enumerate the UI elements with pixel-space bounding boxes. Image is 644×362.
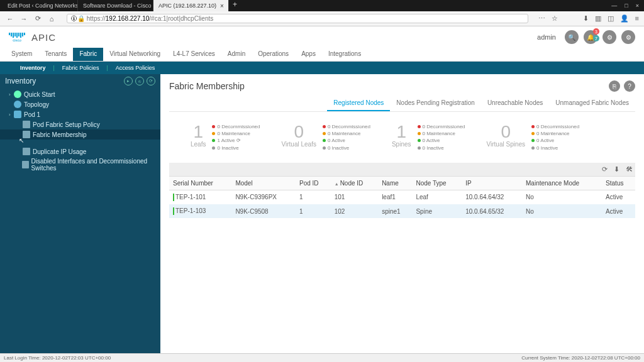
status-right: Current System Time: 2020-12-02T22:08 UT… [521,355,640,361]
nav-system[interactable]: System [5,48,38,61]
tab-unreachable[interactable]: Unreachable Nodes [481,96,549,111]
sidebar-item[interactable]: ›Quick Start [0,89,160,99]
sidebar-item-label: Quick Start [24,91,55,98]
sidebar: Inventory ▸ ⎋ ⟳ ›Quick StartTopology›Pod… [0,74,160,353]
main-content: Fabric Membership ⎘ ? Registered Nodes N… [160,74,644,353]
status-bar: Last Login Time: 2020-12-02T22:03 UTC+00… [0,353,644,362]
sidebar-item[interactable]: Topology [0,99,160,109]
folder-icon [23,121,30,128]
status-bar-icon [173,207,174,215]
download-icon[interactable]: ⬇ [614,165,619,173]
stat-block: 1Spines0 Decommissioned0 Maintenance0 Ac… [392,123,465,151]
nav-apps[interactable]: Apps [295,48,322,61]
legend-text: 0 Decommissioned [536,123,579,130]
nav-fabric[interactable]: Fabric [73,48,103,61]
nav-integrations[interactable]: Integrations [322,48,367,61]
url-bar[interactable]: 🛈 🔒 https://192.168.227.10/#ca:1|root|dh… [67,14,528,23]
column-header[interactable]: ▲Node ID [331,176,378,190]
dot-icon [212,146,215,150]
sidebar-item-label: Duplicate IP Usage [33,148,86,155]
tab-unmanaged[interactable]: Unmanaged Fabric Nodes [549,96,635,111]
sidebar-action-icon[interactable]: ▸ [124,77,133,85]
legend-text: 0 Decommissioned [423,123,465,130]
status-bar-icon [173,194,174,201]
sidebar-item-label: Pod Fabric Setup Policy [33,121,100,128]
nav-virtual-networking[interactable]: Virtual Networking [103,48,167,61]
alerts-button[interactable]: 🔔37 [584,30,597,44]
policy-icon[interactable]: ⎘ [609,80,620,92]
menu-icon[interactable]: ≡ [635,14,639,23]
dot-icon [418,139,421,142]
column-header[interactable]: Serial Number [169,176,231,190]
app-header: cisco APIC admin 🔍 🔔37 ⚙ ⚙ [0,26,644,48]
table-row[interactable]: TEP-1-101N9K-C9396PX1101leaf1Leaf10.0.64… [169,190,635,204]
column-header[interactable]: Model [231,176,296,190]
column-header[interactable]: Node Type [412,176,462,190]
page-actions-icon[interactable]: ⋯ [538,14,545,23]
sidebar-item[interactable]: Disabled Interfaces and Decommissioned S… [0,156,160,173]
home-button[interactable]: ⌂ [47,14,57,24]
search-button[interactable]: 🔍 [565,30,579,44]
nodes-table: Serial NumberModelPod ID▲Node IDNameNode… [169,176,635,219]
main-nav: System Tenants Fabric Virtual Networking… [0,48,644,62]
subnav-fabric-policies[interactable]: Fabric Policies [57,65,104,71]
sidebar-action-icon[interactable]: ⎋ [135,77,144,85]
nav-tenants[interactable]: Tenants [38,48,73,61]
table-toolbar: ⟳ ⬇ 🛠 [169,163,635,176]
stat-block: 0Virtual Spines0 Decommissioned0 Mainten… [487,123,580,151]
sidebar-item[interactable]: ›Pod 1 [0,109,160,119]
screenshot-icon[interactable]: ◫ [608,14,614,23]
tab-registered[interactable]: Registered Nodes [327,96,390,111]
back-button[interactable]: ← [5,14,15,24]
legend-text: 0 Inactive [328,145,349,151]
refresh-icon[interactable]: ⟳ [602,165,608,173]
nav-operations[interactable]: Operations [252,48,295,61]
dot-icon [323,139,326,142]
library-icon[interactable]: ▥ [595,14,601,23]
sidebar-item[interactable]: Fabric Membership [0,129,160,140]
sidebar-refresh-icon[interactable]: ⟳ [147,77,155,85]
tab-pending[interactable]: Nodes Pending Registration [390,96,481,111]
settings-button[interactable]: ⚙ [621,30,635,44]
sidebar-title: Inventory [5,77,36,85]
help-icon[interactable]: ? [624,80,635,92]
column-header[interactable]: Name [378,176,412,190]
sidebar-item[interactable]: Pod Fabric Setup Policy [0,119,160,129]
subnav-inventory[interactable]: Inventory [15,65,51,71]
column-header[interactable]: IP [462,176,522,190]
column-header[interactable]: Pod ID [296,176,331,190]
legend-text: 0 Active [536,137,554,144]
tools-icon[interactable]: 🛠 [626,165,633,173]
close-icon[interactable]: × [636,3,639,9]
subnav-access-policies[interactable]: Access Policies [111,65,160,71]
dot-icon [531,146,535,150]
download-icon[interactable]: ⬇ [583,14,589,23]
minimize-icon[interactable]: — [611,3,617,9]
browser-tab[interactable]: Edit Post ‹ Coding Networks B× [3,0,78,11]
box-icon [14,111,21,118]
new-tab-button[interactable]: + [229,0,241,11]
system-button[interactable]: ⚙ [602,30,616,44]
legend-text: 0 Decommissioned [217,123,260,130]
sidebar-item-label: Disabled Interfaces and Decommissioned S… [31,158,157,172]
nav-l4l7[interactable]: L4-L7 Services [167,48,221,61]
nav-admin[interactable]: Admin [221,48,252,61]
forward-button[interactable]: → [19,14,29,24]
browser-tab[interactable]: APIC (192.168.227.10)× [153,0,229,11]
sidebar-item-label: Pod 1 [24,111,40,118]
table-row[interactable]: TEP-1-103N9K-C95081102spine1Spine10.0.64… [169,204,635,218]
column-header[interactable]: Status [602,176,635,190]
reload-button[interactable]: ⟳ [33,14,43,24]
user-label[interactable]: admin [537,33,556,41]
account-icon[interactable]: 👤 [620,14,629,23]
maximize-icon[interactable]: □ [625,3,628,9]
browser-tab[interactable]: Software Download - Cisco Sy× [78,0,153,11]
bookmark-icon[interactable]: ☆ [552,14,558,23]
column-header[interactable]: Maintenance Mode [522,176,602,190]
lock-icon: 🔒 [77,15,85,22]
status-left: Last Login Time: 2020-12-02T22:03 UTC+00… [4,355,111,361]
page-title: Fabric Membership [169,81,245,91]
legend-text: 0 Maintenance [423,130,455,137]
tab-close-icon[interactable]: × [220,3,224,9]
sidebar-item[interactable]: Duplicate IP Usage [0,146,160,156]
